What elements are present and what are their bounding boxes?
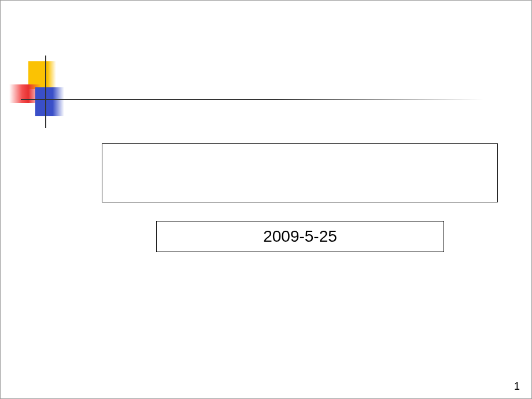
slide-logo (6, 56, 82, 131)
logo-vertical-line (45, 56, 46, 128)
page-number: 1 (514, 380, 520, 393)
title-box (102, 143, 498, 202)
date-text: 2009-5-25 (263, 227, 337, 246)
date-box: 2009-5-25 (156, 221, 444, 252)
horizontal-divider (21, 99, 483, 100)
logo-blue-square (35, 87, 64, 116)
